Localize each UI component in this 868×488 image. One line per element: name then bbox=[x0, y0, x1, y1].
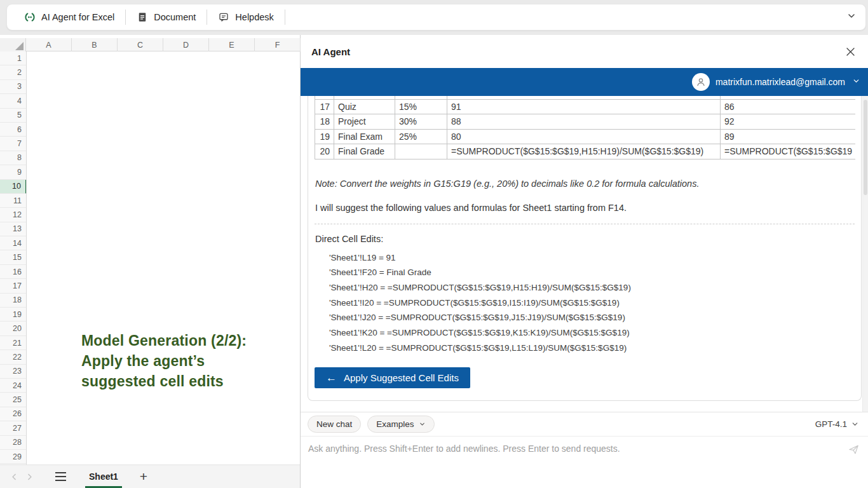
column-header[interactable]: F bbox=[255, 38, 301, 51]
row-header[interactable]: 28 bbox=[0, 436, 26, 450]
value-cell: 80 bbox=[447, 129, 721, 144]
top-toolbar: AI Agent for Excel Document bbox=[0, 0, 868, 35]
column-header[interactable]: D bbox=[163, 38, 209, 51]
add-sheet-button[interactable]: + bbox=[135, 469, 153, 484]
row-header[interactable]: 23 bbox=[0, 365, 26, 379]
tab-document[interactable]: Document bbox=[126, 4, 207, 30]
panel-title: AI Agent bbox=[311, 46, 350, 57]
cell-edit: 'Sheet1'!L19 = 91 bbox=[329, 250, 861, 266]
grade-table-row: 17 Quiz 15% 91 86 bbox=[315, 99, 856, 114]
panel-scrollbar[interactable] bbox=[862, 96, 868, 412]
select-all-corner[interactable] bbox=[0, 38, 26, 51]
row-header[interactable]: 25 bbox=[0, 393, 26, 407]
row-header[interactable]: 5 bbox=[0, 109, 26, 123]
row-header[interactable]: 22 bbox=[0, 350, 26, 364]
component-cell: Quiz bbox=[334, 99, 395, 114]
examples-label: Examples bbox=[376, 419, 414, 429]
row-header[interactable]: 18 bbox=[0, 294, 26, 308]
row-header[interactable]: 13 bbox=[0, 222, 26, 236]
brand-icon bbox=[24, 11, 36, 23]
helpdesk-icon bbox=[218, 11, 229, 23]
assistant-message-card: 17 Quiz 15% 91 86 18 Project 30% 88 9 bbox=[308, 96, 862, 401]
apply-suggested-cell-edits-button[interactable]: ← Apply Suggested Cell Edits bbox=[315, 367, 470, 388]
row-header[interactable]: 15 bbox=[0, 250, 26, 264]
examples-dropdown[interactable]: Examples bbox=[367, 416, 434, 433]
model-selector[interactable]: GPT-4.1 bbox=[815, 419, 859, 429]
row-header[interactable]: 16 bbox=[0, 265, 26, 279]
sheet-tab-bar: Sheet1 + bbox=[0, 464, 300, 488]
apply-button-label: Apply Suggested Cell Edits bbox=[344, 372, 459, 383]
footer-controls: New chat Examples GPT-4.1 bbox=[301, 412, 868, 437]
tab-ai-agent-for-excel[interactable]: AI Agent for Excel bbox=[13, 4, 125, 30]
row-header[interactable]: 1 bbox=[0, 51, 26, 65]
ribbon-collapse-chevron-icon[interactable] bbox=[846, 11, 857, 24]
value-cell: 86 bbox=[721, 99, 856, 114]
row-header[interactable]: 8 bbox=[0, 151, 26, 165]
value-cell: 88 bbox=[447, 114, 721, 130]
left-arrow-icon: ← bbox=[326, 372, 337, 383]
tab-helpdesk[interactable]: Helpdesk bbox=[207, 4, 284, 30]
row-number-cell: 18 bbox=[315, 114, 334, 130]
column-header[interactable]: A bbox=[26, 38, 72, 51]
chat-input-area: Ask anything. Press Shift+Enter to add n… bbox=[301, 437, 868, 488]
row-header[interactable]: 12 bbox=[0, 208, 26, 222]
edits-title: Direct Cell Edits: bbox=[315, 234, 861, 244]
close-icon[interactable] bbox=[844, 45, 857, 58]
chevron-down-icon bbox=[851, 420, 859, 428]
account-email: matrixfun.matrixlead@gmail.com bbox=[715, 77, 845, 87]
suggestion-text: I will suggest the following values and … bbox=[315, 203, 852, 213]
prev-sheet-chevron-icon[interactable] bbox=[6, 469, 22, 484]
row-header[interactable]: 11 bbox=[0, 194, 26, 208]
weight-cell: 15% bbox=[395, 99, 447, 114]
note-text: Note: Convert the weights in G15:G19 (e.… bbox=[315, 179, 852, 189]
annotation-text: Model Generation (2/2): Apply the agent’… bbox=[81, 330, 247, 391]
row-header[interactable]: 20 bbox=[0, 322, 26, 336]
sheet-tab-label: Sheet1 bbox=[89, 471, 118, 482]
row-header[interactable]: 26 bbox=[0, 407, 26, 421]
value-cell: 91 bbox=[447, 99, 721, 114]
row-header[interactable]: 4 bbox=[0, 94, 26, 108]
sheet-list-menu-icon[interactable] bbox=[50, 469, 71, 484]
grid-body[interactable] bbox=[27, 51, 300, 464]
ai-agent-panel: AI Agent matrixfun.matrixlead@gmail.com bbox=[301, 35, 868, 488]
select-all-triangle-icon bbox=[15, 42, 24, 50]
column-header[interactable]: B bbox=[72, 38, 118, 51]
cell-edits-list: 'Sheet1'!L19 = 91 'Sheet1'!F20 = Final G… bbox=[329, 250, 861, 356]
column-header[interactable]: E bbox=[209, 38, 255, 51]
sheet-tab-sheet1[interactable]: Sheet1 bbox=[83, 465, 125, 488]
row-header[interactable]: 9 bbox=[0, 165, 26, 179]
grade-table-row: 18 Project 30% 88 92 bbox=[315, 114, 856, 130]
weight-cell: 30% bbox=[395, 114, 447, 130]
active-sheet-underline bbox=[85, 486, 122, 488]
account-bar: matrixfun.matrixlead@gmail.com bbox=[301, 68, 868, 96]
column-header[interactable]: C bbox=[118, 38, 163, 51]
row-headers: 1 2 3 4 5 6 7 8 9 10 11 12 13 14 15 bbox=[0, 51, 27, 464]
cell-edit: 'Sheet1'!K20 = =SUMPRODUCT($G$15:$G$19,K… bbox=[329, 325, 861, 341]
next-sheet-chevron-icon[interactable] bbox=[22, 469, 37, 484]
grade-table-row: 19 Final Exam 25% 80 89 bbox=[315, 129, 856, 144]
row-header[interactable]: 19 bbox=[0, 308, 26, 322]
row-header[interactable]: 2 bbox=[0, 65, 26, 79]
toolbar-card: AI Agent for Excel Document bbox=[6, 4, 866, 30]
row-header[interactable]: 7 bbox=[0, 137, 26, 151]
cell-edit: 'Sheet1'!L20 = =SUMPRODUCT($G$15:$G$19,L… bbox=[329, 341, 861, 356]
row-header[interactable]: 24 bbox=[0, 379, 26, 393]
row-header[interactable]: 6 bbox=[0, 123, 26, 137]
scrollbar-thumb[interactable] bbox=[864, 100, 867, 195]
row-header[interactable]: 29 bbox=[0, 450, 26, 464]
account-chevron-down-icon[interactable] bbox=[852, 76, 860, 88]
new-chat-button[interactable]: New chat bbox=[308, 416, 361, 433]
cell-edit: 'Sheet1'!J20 = =SUMPRODUCT($G$15:$G$19,J… bbox=[329, 310, 861, 325]
weight-cell: 25% bbox=[395, 129, 447, 144]
row-header[interactable]: 10 bbox=[0, 180, 27, 194]
row-header[interactable]: 14 bbox=[0, 236, 26, 250]
component-cell: Final Exam bbox=[334, 129, 395, 144]
row-header[interactable]: 21 bbox=[0, 336, 26, 350]
send-icon[interactable] bbox=[846, 442, 861, 457]
chat-input[interactable]: Ask anything. Press Shift+Enter to add n… bbox=[308, 444, 839, 454]
row-header[interactable]: 17 bbox=[0, 279, 26, 293]
spreadsheet-area: A B C D E F 1 2 3 4 5 6 7 bbox=[0, 35, 301, 488]
row-header[interactable]: 3 bbox=[0, 80, 26, 94]
row-header[interactable]: 27 bbox=[0, 421, 26, 435]
dashed-divider bbox=[315, 224, 855, 224]
